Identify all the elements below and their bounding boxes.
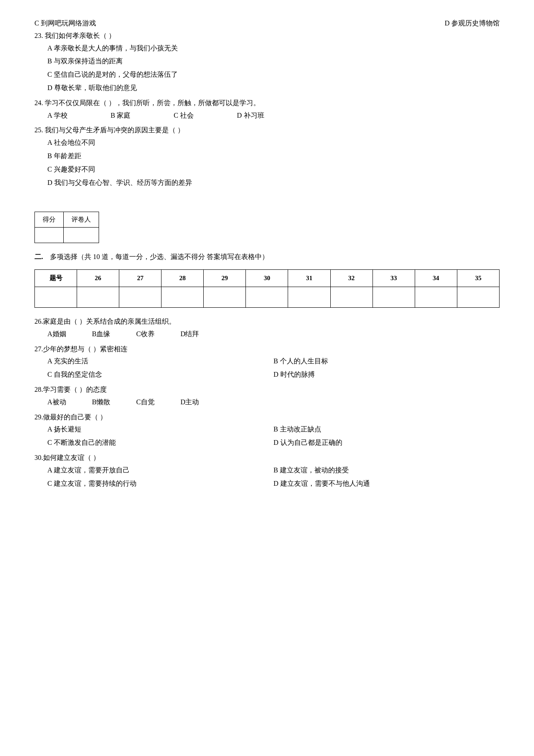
col-header-34: 34 (415, 269, 457, 287)
score-value[interactable] (35, 228, 64, 243)
section2-number: 二. (34, 251, 43, 263)
q24-text: 24. 学习不仅仅局限在（ ），我们所听，所尝，所触，所做都可以是学习。 (34, 97, 500, 109)
answer-cell-29[interactable] (204, 287, 246, 307)
q23-option-c: C 坚信自己说的是对的，父母的想法落伍了 (47, 69, 500, 81)
q29-options: A 扬长避短 B 主动改正缺点 C 不断激发自己的潜能 D 认为自己都是正确的 (47, 423, 500, 449)
q25-option-a: A 社会地位不同 (47, 137, 500, 149)
q24-option-a: A 学校 (47, 109, 68, 122)
q25-text: 25. 我们与父母产生矛盾与冲突的原因主要是（ ） (34, 124, 500, 137)
q29-text: 29.做最好的自己要（ ） (34, 411, 500, 424)
col-header-tihao: 题号 (35, 269, 77, 287)
q28-option-d: D主动 (180, 396, 199, 409)
q27-text: 27.少年的梦想与（ ）紧密相连 (34, 343, 500, 356)
q23-text: 23. 我们如何孝亲敬长（ ） (34, 30, 500, 42)
q25-option-c: C 兴趣爱好不同 (47, 163, 500, 176)
col-header-35: 35 (457, 269, 499, 287)
question-24: 24. 学习不仅仅局限在（ ），我们所听，所尝，所触，所做都可以是学习。 A 学… (34, 97, 500, 122)
answer-cell-34[interactable] (415, 287, 457, 307)
q27-option-a: A 充实的生活 (47, 355, 273, 368)
question-27: 27.少年的梦想与（ ）紧密相连 A 充实的生活 B 个人的人生目标 C 自我的… (34, 343, 500, 381)
answer-table: 题号 26 27 28 29 30 31 32 33 34 35 (34, 269, 500, 308)
q29-option-d: D 认为自己都是正确的 (273, 437, 500, 449)
q27-option-d: D 时代的脉搏 (273, 369, 500, 381)
answer-cell-33[interactable] (373, 287, 415, 307)
q29-option-a: A 扬长避短 (47, 423, 273, 436)
q30-option-d: D 建立友谊，需要不与他人沟通 (273, 478, 500, 490)
col-header-27: 27 (119, 269, 161, 287)
q24-options: A 学校 B 家庭 C 社会 D 补习班 (47, 109, 500, 122)
q24-option-d: D 补习班 (237, 109, 264, 122)
q25-option-b: B 年龄差距 (47, 150, 500, 162)
q28-option-a: A被动 (47, 396, 66, 409)
col-header-26: 26 (77, 269, 119, 287)
option-d-top: D 参观历史博物馆 (444, 17, 500, 30)
q26-option-c: C收养 (136, 328, 155, 341)
q28-options: A被动 B懒散 C自觉 D主动 (47, 396, 500, 409)
q30-option-a: A 建立友谊，需要开放自己 (47, 464, 273, 477)
score-table: 得分 评卷人 (34, 212, 99, 243)
section2-header: 二. 多项选择（共 10 道，每道一分，少选、漏选不得分 答案填写在表格中） (34, 251, 500, 263)
q23-option-d: D 尊敬长辈，听取他们的意见 (47, 82, 500, 94)
q26-option-b: B血缘 (92, 328, 111, 341)
answer-table-data-row (35, 287, 500, 307)
q26-option-d: D结拜 (180, 328, 199, 341)
q26-text: 26.家庭是由（ ）关系结合成的亲属生活组织。 (34, 316, 500, 328)
q24-option-c: C 社会 (174, 109, 194, 122)
answer-cell-27[interactable] (119, 287, 161, 307)
q29-option-b: B 主动改正缺点 (273, 423, 500, 436)
option-c-top: C 到网吧玩网络游戏 (34, 17, 96, 30)
q27-option-c: C 自我的坚定信念 (47, 369, 273, 381)
question-30: 30.如何建立友谊（ ） A 建立友谊，需要开放自己 B 建立友谊，被动的接受 … (34, 452, 500, 490)
col-header-30: 30 (246, 269, 288, 287)
q23-option-a: A 孝亲敬长是大人的事情，与我们小孩无关 (47, 42, 500, 55)
col-header-31: 31 (288, 269, 330, 287)
q29-option-c: C 不断激发自己的潜能 (47, 437, 273, 449)
question-23: 23. 我们如何孝亲敬长（ ） A 孝亲敬长是大人的事情，与我们小孩无关 B 与… (34, 30, 500, 94)
q24-option-b: B 家庭 (111, 109, 131, 122)
top-options-row: C 到网吧玩网络游戏 D 参观历史博物馆 (34, 17, 500, 30)
q27-options: A 充实的生活 B 个人的人生目标 C 自我的坚定信念 D 时代的脉搏 (47, 355, 500, 381)
q25-option-d: D 我们与父母在心智、学识、经历等方面的差异 (47, 177, 500, 189)
col-header-28: 28 (161, 269, 204, 287)
score-label: 得分 (35, 212, 64, 228)
col-header-29: 29 (204, 269, 246, 287)
question-25: 25. 我们与父母产生矛盾与冲突的原因主要是（ ） A 社会地位不同 B 年龄差… (34, 124, 500, 189)
answer-table-header-row: 题号 26 27 28 29 30 31 32 33 34 35 (35, 269, 500, 287)
q30-option-c: C 建立友谊，需要持续的行动 (47, 478, 273, 490)
q30-options: A 建立友谊，需要开放自己 B 建立友谊，被动的接受 C 建立友谊，需要持续的行… (47, 464, 500, 490)
q28-text: 28.学习需要（ ）的态度 (34, 384, 500, 396)
reviewer-label: 评卷人 (64, 212, 99, 228)
answer-cell-35[interactable] (457, 287, 499, 307)
q26-options: A婚姻 B血缘 C收养 D结拜 (47, 328, 500, 341)
q27-option-b: B 个人的人生目标 (273, 355, 500, 368)
col-header-33: 33 (373, 269, 415, 287)
answer-cell-label[interactable] (35, 287, 77, 307)
reviewer-value[interactable] (64, 228, 99, 243)
section2-description: 多项选择（共 10 道，每道一分，少选、漏选不得分 答案填写在表格中） (50, 251, 269, 263)
q26-option-a: A婚姻 (47, 328, 66, 341)
q28-option-c: C自觉 (136, 396, 155, 409)
question-26: 26.家庭是由（ ）关系结合成的亲属生活组织。 A婚姻 B血缘 C收养 D结拜 (34, 316, 500, 341)
q30-text: 30.如何建立友谊（ ） (34, 452, 500, 464)
q23-option-b: B 与双亲保持适当的距离 (47, 55, 500, 68)
answer-cell-32[interactable] (330, 287, 373, 307)
answer-cell-30[interactable] (246, 287, 288, 307)
question-29: 29.做最好的自己要（ ） A 扬长避短 B 主动改正缺点 C 不断激发自己的潜… (34, 411, 500, 449)
answer-cell-31[interactable] (288, 287, 330, 307)
q30-option-b: B 建立友谊，被动的接受 (273, 464, 500, 477)
q28-option-b: B懒散 (92, 396, 111, 409)
col-header-32: 32 (330, 269, 373, 287)
answer-cell-26[interactable] (77, 287, 119, 307)
question-28: 28.学习需要（ ）的态度 A被动 B懒散 C自觉 D主动 (34, 384, 500, 409)
answer-cell-28[interactable] (161, 287, 204, 307)
